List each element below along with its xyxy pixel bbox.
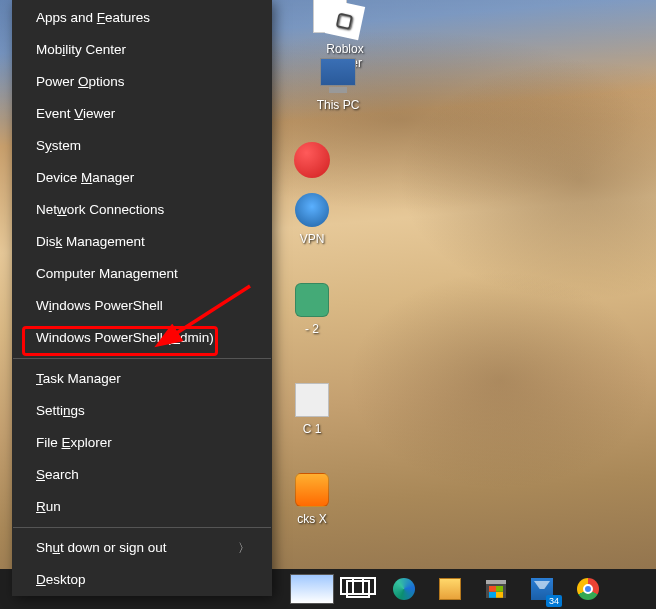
store-icon: [486, 580, 506, 598]
desktop-icon-label: C 1: [274, 422, 350, 436]
taskbar-thumbnail[interactable]: [290, 569, 334, 609]
task-view-icon: [346, 580, 370, 598]
desktop-icon-2[interactable]: - 2: [274, 280, 350, 336]
desktop-icon-x[interactable]: cks X: [274, 470, 350, 526]
desktop-icon-c1[interactable]: C 1: [274, 380, 350, 436]
taskbar-file-explorer[interactable]: [428, 569, 472, 609]
menu-windows-powershell-admin[interactable]: Windows PowerShell (Admin): [12, 322, 272, 354]
menu-event-viewer[interactable]: Event Viewer: [12, 98, 272, 130]
window-thumbnail-icon: [290, 574, 334, 604]
menu-power-options[interactable]: Power Options: [12, 66, 272, 98]
menu-apps-and-features[interactable]: Apps and Features: [12, 2, 272, 34]
menu-search[interactable]: Search: [12, 459, 272, 491]
taskbar-task-view[interactable]: [336, 569, 380, 609]
desktop-icon-label: This PC: [300, 98, 376, 112]
menu-task-manager[interactable]: Task Manager: [12, 363, 272, 395]
menu-mobility-center[interactable]: Mobility Center: [12, 34, 272, 66]
taskbar-chrome[interactable]: [566, 569, 610, 609]
desktop-icon-label: cks X: [274, 512, 350, 526]
winx-context-menu: Apps and Features Mobility Center Power …: [12, 0, 272, 596]
desktop-icon-label: - 2: [274, 322, 350, 336]
chevron-right-icon: 〉: [238, 540, 250, 556]
folder-icon: [439, 578, 461, 600]
menu-disk-management[interactable]: Disk Management: [12, 226, 272, 258]
app-icon: [295, 383, 329, 417]
menu-network-connections[interactable]: Network Connections: [12, 194, 272, 226]
menu-file-explorer[interactable]: File Explorer: [12, 427, 272, 459]
menu-shutdown-signout[interactable]: Shut down or sign out 〉: [12, 532, 272, 564]
menu-settings[interactable]: Settings: [12, 395, 272, 427]
pc-icon: [320, 58, 356, 86]
desktop-icon-thispc[interactable]: This PC: [300, 50, 376, 112]
app-icon: [295, 473, 329, 507]
menu-run[interactable]: Run: [12, 491, 272, 523]
mail-badge: 34: [546, 595, 562, 607]
desktop-icon-red[interactable]: [274, 140, 350, 182]
menu-system[interactable]: System: [12, 130, 272, 162]
taskbar-ms-store[interactable]: [474, 569, 518, 609]
taskbar-mail[interactable]: 34: [520, 569, 564, 609]
vpn-icon: [295, 193, 329, 227]
chrome-icon: [577, 578, 599, 600]
menu-computer-management[interactable]: Computer Management: [12, 258, 272, 290]
menu-desktop[interactable]: Desktop: [12, 564, 272, 596]
red-circle-icon: [294, 142, 330, 178]
edge-icon: [393, 578, 415, 600]
taskbar-edge[interactable]: [382, 569, 426, 609]
menu-separator: [13, 527, 271, 528]
menu-windows-powershell[interactable]: Windows PowerShell: [12, 290, 272, 322]
desktop-icon-vpn[interactable]: VPN: [274, 190, 350, 246]
menu-separator: [13, 358, 271, 359]
menu-device-manager[interactable]: Device Manager: [12, 162, 272, 194]
app-icon: [295, 283, 329, 317]
desktop-icon-label: VPN: [274, 232, 350, 246]
roblox-icon: ▢: [325, 0, 365, 40]
